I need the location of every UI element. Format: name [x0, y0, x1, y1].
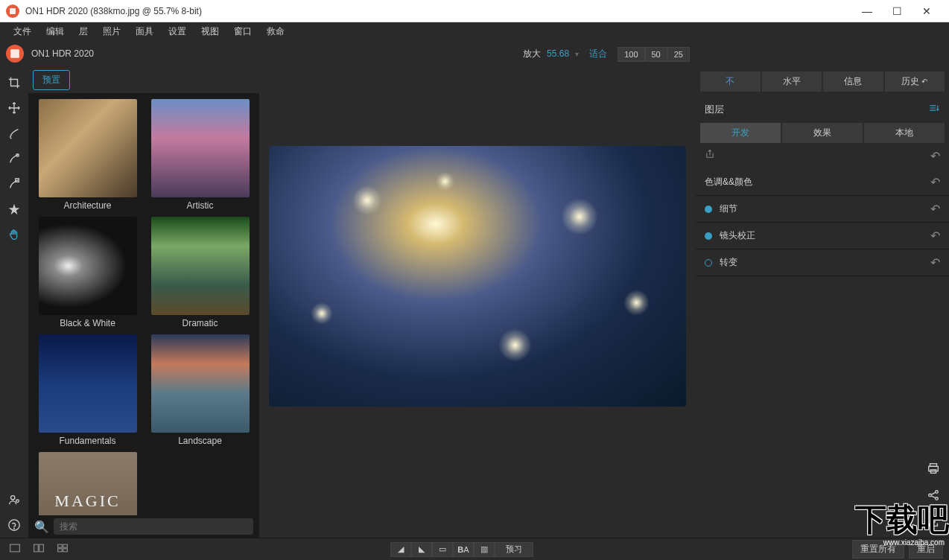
zoom-50[interactable]: 50 [645, 47, 667, 62]
preset-fundamentals[interactable]: Fundamentals [34, 334, 141, 446]
svg-rect-10 [929, 466, 939, 471]
preset-tab[interactable]: 预置 [33, 70, 70, 90]
svg-point-12 [929, 494, 932, 497]
preset-thumb [39, 99, 137, 197]
preset-label: Black & White [60, 318, 115, 328]
preset-thumb [151, 334, 250, 433]
menu-文件[interactable]: 文件 [6, 24, 39, 39]
preset-thumb: MAGIC [39, 452, 137, 515]
section-label: 镜头校正 [720, 229, 930, 242]
menu-视图[interactable]: 视图 [194, 24, 226, 39]
section-reset-icon[interactable]: ↶ [930, 255, 940, 270]
section-reset-icon[interactable]: ↶ [930, 229, 940, 243]
section-toggle-icon[interactable] [705, 232, 712, 240]
section-镜头校正[interactable]: 镜头校正↶ [696, 223, 949, 249]
canvas-area[interactable] [259, 67, 696, 538]
preset-landscape[interactable]: Landscape [147, 334, 253, 446]
section-toggle-icon[interactable] [705, 259, 712, 267]
restart-button[interactable]: 重启 [909, 540, 943, 559]
preset-label: Dramatic [182, 318, 218, 328]
share-icon[interactable] [927, 489, 940, 505]
reset-all-button[interactable]: 重置所有 [852, 540, 904, 559]
move-tool-icon[interactable] [0, 95, 28, 121]
app-logo-icon [6, 4, 19, 18]
zoom-100[interactable]: 100 [618, 47, 644, 62]
section-reset-icon[interactable]: ↶ [930, 175, 940, 189]
section-label: 细节 [720, 203, 930, 215]
bottombar: ◢ ◣ ▭ BA ▥ 预习 重置所有 重启 [0, 538, 949, 560]
right-tab-0[interactable]: 不 [700, 71, 761, 92]
chevron-down-icon[interactable]: ▾ [575, 50, 579, 58]
print-icon[interactable] [927, 462, 940, 478]
svg-rect-21 [63, 548, 68, 551]
crop-tool-icon[interactable] [0, 70, 28, 95]
section-label: 转变 [720, 256, 930, 269]
help-icon[interactable] [0, 512, 28, 538]
svg-point-8 [14, 528, 15, 529]
clip-shadows-button[interactable]: ◢ [390, 542, 411, 557]
preset-black-&-white[interactable]: Black & White [34, 217, 141, 328]
mask-view-button[interactable]: ▭ [432, 542, 453, 557]
svg-rect-16 [34, 544, 39, 552]
mode-tab-1[interactable]: 效果 [782, 123, 863, 143]
view-single-icon[interactable] [6, 541, 24, 558]
bottom-left-controls [6, 541, 72, 558]
menu-层[interactable]: 层 [72, 24, 95, 39]
preset-label: Landscape [178, 436, 222, 446]
brush-tool-icon[interactable] [0, 121, 28, 146]
zoom-fit-button[interactable]: 适合 [585, 46, 612, 62]
menu-编辑[interactable]: 编辑 [39, 24, 72, 39]
effects-tool-icon[interactable] [0, 197, 28, 222]
section-转变[interactable]: 转变↶ [696, 249, 949, 276]
undo-icon[interactable]: ↶ [930, 149, 940, 163]
export-icon[interactable] [705, 149, 715, 163]
section-toggle-icon[interactable] [705, 206, 712, 213]
right-tab-2[interactable]: 信息 [823, 71, 883, 92]
export-down-icon[interactable] [927, 515, 940, 532]
section-reset-icon[interactable]: ↶ [930, 202, 940, 216]
preset-architecture[interactable]: Architecture [34, 99, 141, 211]
before-after-button[interactable]: BA [453, 542, 474, 557]
close-button[interactable]: ✕ [918, 2, 936, 20]
preview-button[interactable]: 预习 [495, 542, 533, 557]
clip-highlights-button[interactable]: ◣ [411, 542, 432, 557]
preset-artistic[interactable]: Artistic [147, 99, 253, 211]
split-view-button[interactable]: ▥ [474, 542, 495, 557]
section-色调&&颜色[interactable]: 色调&&颜色↶ [696, 169, 949, 196]
minimize-button[interactable]: — [858, 2, 876, 20]
mode-tab-2[interactable]: 本地 [864, 123, 945, 143]
left-toolbar [0, 67, 28, 538]
preset-search-row: 🔍 [28, 515, 259, 538]
titlebar: ON1 HDR 2020 (838kmo.jpg @ 55.7% 8-bit) … [0, 0, 949, 22]
svg-rect-19 [63, 544, 68, 547]
user-settings-icon[interactable] [0, 487, 28, 512]
maximize-button[interactable]: ☐ [888, 2, 906, 20]
zoom-value[interactable]: 55.68 [547, 48, 569, 59]
preset-magic[interactable]: MAGIC [34, 452, 141, 515]
menu-救命[interactable]: 救命 [259, 24, 292, 39]
view-grid-icon[interactable] [54, 541, 72, 558]
zoom-25[interactable]: 25 [667, 47, 690, 62]
clone-tool-icon[interactable] [0, 171, 28, 197]
menu-设置[interactable]: 设置 [161, 24, 194, 39]
layers-settings-icon[interactable] [928, 102, 940, 117]
menu-窗口[interactable]: 窗口 [226, 24, 259, 39]
mask-brush-tool-icon[interactable] [0, 146, 28, 171]
menu-面具[interactable]: 面具 [128, 24, 161, 39]
view-compare-icon[interactable] [30, 541, 48, 558]
layers-header: 图层 [696, 96, 949, 123]
mode-tab-0[interactable]: 开发 [700, 123, 781, 143]
preset-grid: ArchitectureArtisticBlack & WhiteDramati… [28, 93, 259, 515]
right-tab-3[interactable]: 历史↶ [885, 71, 945, 92]
menu-照片[interactable]: 照片 [95, 24, 128, 39]
svg-rect-17 [39, 544, 44, 552]
search-input[interactable] [54, 518, 253, 535]
svg-rect-1 [10, 49, 19, 58]
section-细节[interactable]: 细节↶ [696, 196, 949, 223]
layers-title: 图层 [705, 103, 928, 116]
right-tools [696, 456, 949, 538]
right-tab-1[interactable]: 水平 [762, 71, 822, 92]
preset-dramatic[interactable]: Dramatic [147, 217, 253, 328]
preset-label: Fundamentals [59, 436, 115, 446]
hand-tool-icon[interactable] [0, 222, 28, 247]
